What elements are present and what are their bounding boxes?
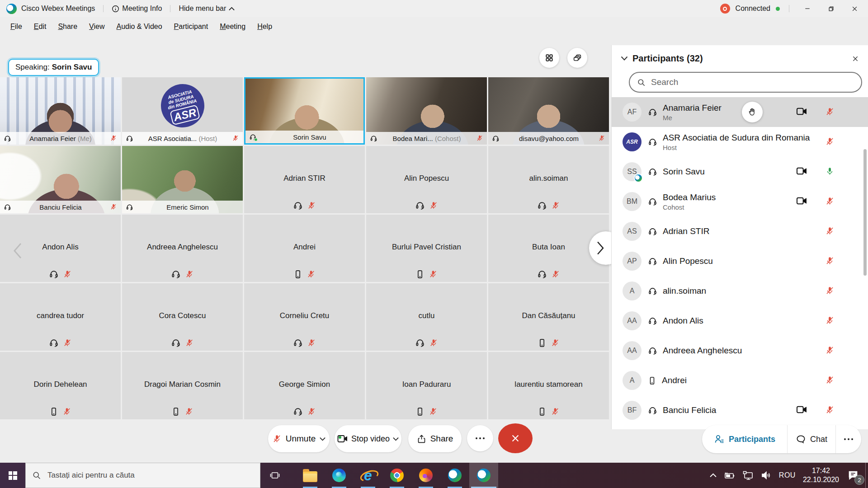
video-tile[interactable]: ASOCIATIAde SUDURAdin ROMÂNIA ASR Sorin … — [244, 77, 365, 145]
video-tile[interactable]: ASOCIATIAde SUDURAdin ROMÂNIA ASR cutlu — [366, 283, 487, 351]
participant-row[interactable]: A ASR Andrei — [612, 366, 868, 395]
floating-view-button[interactable] — [567, 48, 587, 68]
participant-row[interactable]: AA ASR Andon Alis — [612, 306, 868, 336]
taskbar-app-button[interactable]: e — [354, 463, 382, 488]
taskbar-app-button[interactable] — [325, 463, 354, 488]
video-tile[interactable]: ASOCIATIAde SUDURAdin ROMÂNIA ASR Dan Că… — [488, 283, 609, 351]
camera-icon — [337, 434, 348, 443]
close-panel-button[interactable] — [852, 55, 859, 62]
participants-tab[interactable]: Participants — [702, 425, 787, 453]
unmute-button[interactable]: Unmute — [268, 425, 330, 452]
video-tile[interactable]: ASOCIATIAde SUDURAdin ROMÂNIA ASR Dragoi… — [122, 352, 243, 419]
muted-mic-icon[interactable] — [825, 197, 835, 206]
video-tile[interactable]: ASOCIATIAde SUDURAdin ROMÂNIA ASR Ioan P… — [366, 352, 487, 419]
video-tile[interactable]: ASOCIATIAde SUDURAdin ROMÂNIA ASR Alin P… — [366, 146, 487, 213]
network-icon[interactable] — [743, 470, 754, 480]
muted-mic-icon[interactable] — [825, 316, 835, 325]
raise-hand-button[interactable] — [742, 102, 763, 122]
taskbar-app-button[interactable] — [440, 463, 469, 488]
more-panels-button[interactable] — [835, 425, 861, 453]
taskbar-app-button[interactable] — [382, 463, 411, 488]
participant-row[interactable]: AS ASR Adrian STIR — [612, 216, 868, 246]
muted-mic-icon[interactable] — [825, 286, 835, 296]
menu-item[interactable]: Edit — [29, 20, 52, 33]
muted-mic-icon[interactable] — [825, 346, 835, 355]
video-tile[interactable]: ASOCIATIAde SUDURAdin ROMÂNIA ASR Andrei — [244, 215, 365, 282]
scrollbar[interactable] — [863, 149, 867, 276]
show-desktop-button[interactable] — [865, 463, 868, 488]
video-tile[interactable]: ASOCIATIAde SUDURAdin ROMÂNIA ASR lauren… — [488, 352, 609, 419]
video-tile[interactable]: ASOCIATIAde SUDURAdin ROMÂNIA ASR Burlui… — [366, 215, 487, 282]
video-tile[interactable]: ASOCIATIAde SUDURAdin ROMÂNIA ASR disavu… — [488, 77, 609, 145]
close-button[interactable] — [845, 1, 863, 16]
battery-icon[interactable] — [724, 470, 736, 480]
taskbar-search[interactable] — [25, 463, 260, 488]
start-button[interactable] — [0, 463, 25, 488]
chat-tab[interactable]: Chat — [787, 425, 835, 453]
participant-search[interactable] — [629, 72, 862, 93]
collapse-panel-button[interactable] — [621, 56, 628, 61]
video-tile[interactable]: ASOCIATIAde SUDURAdin ROMÂNIA ASR George… — [244, 352, 365, 419]
participant-name: Dan Căsăuțanu — [488, 311, 609, 320]
minimize-button[interactable] — [798, 1, 816, 16]
menu-item[interactable]: Help — [252, 20, 277, 33]
clock[interactable]: 17:42 22.10.2020 — [803, 466, 839, 484]
muted-mic-icon[interactable] — [825, 137, 835, 146]
muted-mic-icon[interactable] — [825, 107, 835, 117]
participant-row[interactable]: A ASR alin.soiman — [612, 276, 868, 306]
share-button[interactable]: Share — [408, 425, 462, 452]
taskbar-app-button[interactable] — [411, 463, 440, 488]
video-tile[interactable]: ASOCIATIAde SUDURAdin ROMÂNIA ASR alin.s… — [488, 146, 609, 213]
stop-video-button[interactable]: Stop video — [335, 425, 401, 452]
muted-mic-icon[interactable] — [825, 256, 835, 266]
hide-menu-bar-button[interactable]: Hide menu bar — [179, 5, 235, 13]
taskbar-app-button[interactable] — [469, 463, 498, 488]
video-tile[interactable]: ASOCIATIAde SUDURAdin ROMÂNIA ASR Anamar… — [0, 77, 121, 145]
participant-row[interactable]: SS ASR Sorin Savu — [612, 157, 868, 187]
video-tile[interactable]: ASOCIATIAde SUDURAdin ROMÂNIA ASR Andree… — [122, 215, 243, 282]
restore-button[interactable] — [822, 1, 840, 16]
active-mic-icon[interactable] — [825, 167, 835, 176]
participant-row[interactable]: ASR ASR Asociatia de Sudura din Romania … — [612, 127, 868, 157]
search-input[interactable] — [651, 77, 854, 87]
video-tile[interactable]: ASOCIATIAde SUDURAdin ROMÂNIA ASR Adrian… — [244, 146, 365, 213]
leave-meeting-button[interactable] — [498, 423, 533, 453]
divider — [170, 5, 170, 12]
taskbar-app-button[interactable] — [296, 463, 325, 488]
grid-view-button[interactable] — [539, 48, 559, 68]
tray-chevron-up-button[interactable] — [710, 473, 717, 478]
participant-row[interactable]: AA ASR Andreea Anghelescu — [612, 336, 868, 366]
menu-item[interactable]: File — [5, 20, 27, 33]
participant-row[interactable]: BM ASR Bodea Marius Cohost — [612, 187, 868, 216]
video-tile[interactable]: ASOCIATIAde SUDURAdin ROMÂNIA ASR ASR As… — [122, 77, 243, 145]
participant-name: Anamaria Feier — [29, 135, 76, 142]
previous-page-button[interactable] — [12, 242, 24, 260]
video-tile[interactable]: ASOCIATIAde SUDURAdin ROMÂNIA ASR Dorin … — [0, 352, 121, 419]
video-tile[interactable]: ASOCIATIAde SUDURAdin ROMÂNIA ASR candre… — [0, 283, 121, 351]
participant-row[interactable]: AF ASR Anamaria Feier Me — [612, 97, 868, 127]
video-tile[interactable]: ASOCIATIAde SUDURAdin ROMÂNIA ASR Cora C… — [122, 283, 243, 351]
meeting-info-button[interactable]: Meeting Info — [112, 5, 162, 13]
camera-icon — [796, 107, 808, 116]
menu-item[interactable]: Participant — [169, 20, 213, 33]
muted-mic-icon[interactable] — [825, 405, 835, 415]
menu-item[interactable]: Share — [53, 20, 82, 33]
language-indicator[interactable]: ROU — [779, 471, 796, 479]
speaker-icon[interactable] — [761, 470, 772, 480]
muted-mic-icon[interactable] — [825, 226, 835, 236]
notification-center-button[interactable]: 2 — [846, 468, 862, 483]
menu-item[interactable]: View — [84, 20, 109, 33]
video-tile[interactable]: ASOCIATIAde SUDURAdin ROMÂNIA ASR Cornel… — [244, 283, 365, 351]
headset-icon — [648, 286, 657, 296]
menu-item[interactable]: Audio & Video — [111, 20, 167, 33]
more-options-button[interactable] — [467, 425, 493, 451]
participant-row[interactable]: BF ASR Banciu Felicia — [612, 395, 868, 425]
task-view-button[interactable] — [260, 463, 289, 488]
video-tile[interactable]: ASOCIATIAde SUDURAdin ROMÂNIA ASR Bodea … — [366, 77, 487, 145]
muted-mic-icon[interactable] — [825, 375, 835, 385]
menu-item[interactable]: Meeting — [215, 20, 250, 33]
participant-row[interactable]: AP ASR Alin Popescu — [612, 246, 868, 276]
video-tile[interactable]: ASOCIATIAde SUDURAdin ROMÂNIA ASR Emeric… — [122, 146, 243, 213]
video-tile[interactable]: ASOCIATIAde SUDURAdin ROMÂNIA ASR Banciu… — [0, 146, 121, 213]
taskbar-search-input[interactable] — [47, 471, 254, 480]
